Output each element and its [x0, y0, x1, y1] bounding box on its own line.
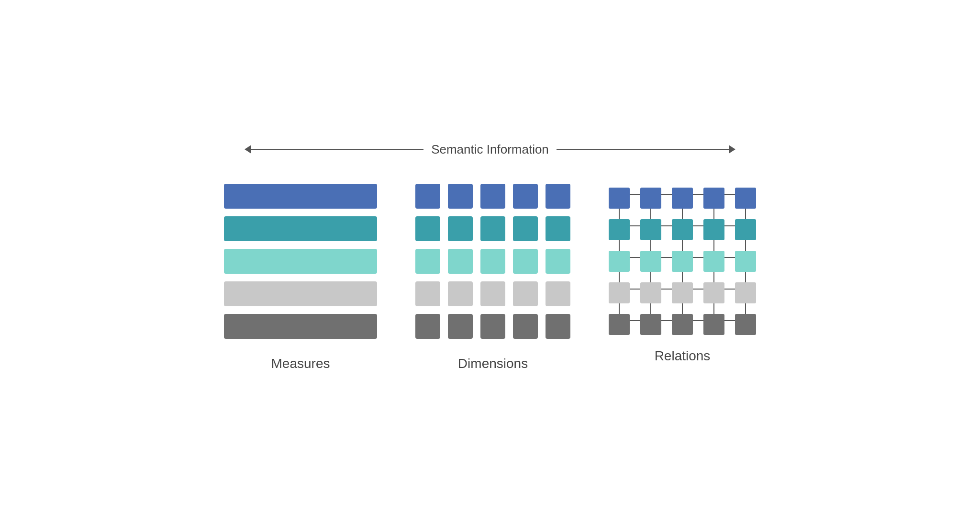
measure-bar-0: [224, 184, 377, 209]
dimension-sq-24: [546, 314, 570, 339]
dimension-sq-9: [546, 216, 570, 241]
measures-column: Measures: [224, 180, 377, 371]
dimension-sq-8: [513, 216, 538, 241]
dimension-sq-20: [415, 314, 440, 339]
relation-sq-14: [735, 251, 756, 272]
relation-sq-6: [640, 219, 661, 240]
arrow-right-head: [729, 145, 735, 154]
arrow-row: Semantic Information: [107, 142, 873, 157]
relation-sq-21: [640, 314, 661, 335]
relation-sq-12: [672, 251, 693, 272]
dimension-sq-3: [513, 184, 538, 209]
dimensions-label: Dimensions: [458, 356, 528, 371]
relation-sq-3: [703, 188, 724, 209]
dimension-sq-0: [415, 184, 440, 209]
measure-bar-2: [224, 249, 377, 274]
relation-sq-4: [735, 188, 756, 209]
dimension-sq-6: [448, 216, 473, 241]
measure-bar-4: [224, 314, 377, 339]
dimension-sq-23: [513, 314, 538, 339]
relation-sq-8: [703, 219, 724, 240]
relation-sq-9: [735, 219, 756, 240]
relation-sq-23: [703, 314, 724, 335]
arrow-label: Semantic Information: [423, 142, 557, 157]
dimension-sq-16: [448, 281, 473, 306]
dimension-sq-15: [415, 281, 440, 306]
arrow-line-right: [557, 149, 729, 150]
dimension-sq-18: [513, 281, 538, 306]
relations-wrapper: [609, 180, 756, 335]
measures-label: Measures: [271, 356, 330, 371]
dimension-sq-4: [546, 184, 570, 209]
relation-sq-15: [609, 282, 630, 303]
arrow-left-head: [245, 145, 251, 154]
dimension-sq-5: [415, 216, 440, 241]
dimension-sq-19: [546, 281, 570, 306]
relation-sq-16: [640, 282, 661, 303]
relations-label: Relations: [655, 348, 711, 364]
measure-bar-1: [224, 216, 377, 241]
relation-sq-24: [735, 314, 756, 335]
main-container: Semantic Information Measures Dimensions…: [107, 142, 873, 371]
dimension-sq-12: [480, 249, 505, 274]
arrow-line-left: [251, 149, 423, 150]
relation-sq-18: [703, 282, 724, 303]
dimension-sq-2: [480, 184, 505, 209]
relation-sq-5: [609, 219, 630, 240]
relation-sq-22: [672, 314, 693, 335]
relation-sq-0: [609, 188, 630, 209]
measure-bar-3: [224, 281, 377, 306]
relation-sq-13: [703, 251, 724, 272]
relations-grid: [609, 184, 756, 339]
relations-column: Relations: [609, 180, 756, 364]
relation-sq-7: [672, 219, 693, 240]
relation-sq-17: [672, 282, 693, 303]
relation-sq-2: [672, 188, 693, 209]
dimension-sq-11: [448, 249, 473, 274]
columns-row: Measures Dimensions Relations: [107, 180, 873, 371]
dimension-sq-22: [480, 314, 505, 339]
dimension-sq-7: [480, 216, 505, 241]
relation-sq-1: [640, 188, 661, 209]
dimension-sq-17: [480, 281, 505, 306]
relation-sq-19: [735, 282, 756, 303]
dimension-sq-10: [415, 249, 440, 274]
semantic-arrow: Semantic Information: [245, 142, 735, 157]
dimension-sq-21: [448, 314, 473, 339]
dimensions-grid: [415, 180, 570, 343]
dimension-sq-13: [513, 249, 538, 274]
relation-sq-11: [640, 251, 661, 272]
dimension-sq-14: [546, 249, 570, 274]
dimension-sq-1: [448, 184, 473, 209]
measures-bars: [224, 180, 377, 343]
relation-sq-20: [609, 314, 630, 335]
relation-sq-10: [609, 251, 630, 272]
dimensions-column: Dimensions: [415, 180, 570, 371]
